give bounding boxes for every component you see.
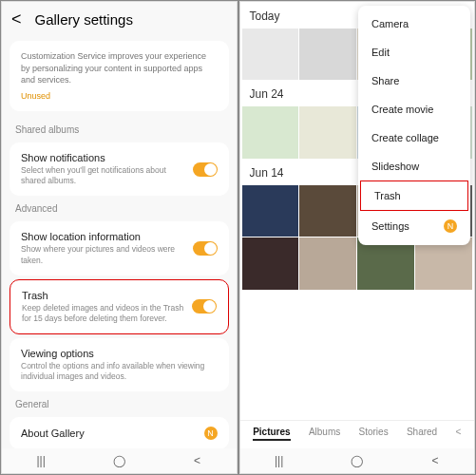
cs-text: Customization Service improves your expe…	[21, 50, 218, 86]
viewing-row[interactable]: Viewing options Control the options and …	[10, 338, 229, 391]
new-badge: N	[444, 219, 457, 233]
row-title: Show notifications	[21, 152, 193, 163]
gallery-pane: Camera Edit Share Create movie Create co…	[239, 1, 476, 474]
thumbnail[interactable]	[357, 238, 414, 289]
row-desc: Select when you'll get notifications abo…	[21, 165, 193, 186]
row-desc: Control the options and info available w…	[21, 361, 218, 382]
settings-pane: < Gallery settings Customization Service…	[1, 1, 238, 474]
thumbnail[interactable]	[299, 185, 356, 237]
menu-create-movie[interactable]: Create movie	[358, 95, 470, 124]
toggle[interactable]	[193, 241, 218, 256]
menu-edit[interactable]: Edit	[358, 38, 470, 66]
thumbnail[interactable]	[242, 28, 299, 80]
thumbnail[interactable]	[299, 238, 356, 289]
menu-settings[interactable]: SettingsN	[358, 211, 470, 241]
back-nav-icon[interactable]: <	[428, 454, 443, 467]
menu-trash[interactable]: Trash	[360, 180, 468, 211]
cs-unused: Unused	[21, 90, 218, 103]
row-desc: Keep deleted images and videos in the Tr…	[22, 303, 192, 324]
menu-slideshow[interactable]: Slideshow	[358, 152, 470, 180]
thumbnail[interactable]	[242, 185, 299, 237]
row-title: Viewing options	[21, 348, 218, 359]
row-title: About Gallery	[21, 428, 204, 439]
menu-camera[interactable]: Camera	[358, 10, 470, 38]
chevron-left-icon[interactable]: <	[455, 427, 461, 441]
back-nav-icon[interactable]: <	[189, 454, 204, 467]
section-general: General	[2, 395, 237, 413]
tab-stories[interactable]: Stories	[359, 427, 389, 441]
tab-albums[interactable]: Albums	[309, 427, 340, 441]
new-badge: N	[204, 427, 218, 440]
toggle[interactable]	[192, 299, 217, 314]
menu-share[interactable]: Share	[358, 66, 470, 95]
thumbnail[interactable]	[299, 106, 356, 158]
recents-icon[interactable]: |||	[272, 454, 287, 467]
section-shared: Shared albums	[2, 121, 237, 139]
overflow-menu: Camera Edit Share Create movie Create co…	[358, 6, 470, 245]
back-icon[interactable]: <	[11, 10, 22, 29]
about-row[interactable]: About Gallery N	[10, 417, 229, 449]
nav-bar: ||| ◯ <	[240, 448, 475, 473]
row-desc: Show where your pictures and videos were…	[21, 244, 193, 265]
thumbnail[interactable]	[242, 106, 299, 158]
tab-shared[interactable]: Shared	[407, 427, 437, 441]
thumbnail[interactable]	[242, 238, 299, 289]
notifications-row[interactable]: Show notifications Select when you'll ge…	[10, 142, 229, 196]
bottom-tabs: Pictures Albums Stories Shared <	[240, 420, 475, 446]
row-title: Show location information	[21, 231, 193, 242]
thumbnail[interactable]	[415, 238, 472, 289]
location-row[interactable]: Show location information Show where you…	[10, 221, 229, 275]
thumbnail[interactable]	[299, 28, 356, 80]
recents-icon[interactable]: |||	[33, 454, 48, 467]
tab-pictures[interactable]: Pictures	[253, 427, 290, 441]
page-title: Gallery settings	[35, 11, 133, 28]
trash-row[interactable]: Trash Keep deleted images and videos in …	[10, 279, 229, 334]
toggle[interactable]	[193, 162, 218, 177]
home-icon[interactable]: ◯	[350, 454, 365, 467]
menu-create-collage[interactable]: Create collage	[358, 124, 470, 152]
row-title: Trash	[22, 290, 192, 301]
section-advanced: Advanced	[2, 200, 237, 218]
home-icon[interactable]: ◯	[111, 454, 126, 467]
customization-card[interactable]: Customization Service improves your expe…	[10, 41, 229, 111]
header: < Gallery settings	[2, 2, 237, 37]
nav-bar: ||| ◯ <	[2, 448, 237, 473]
